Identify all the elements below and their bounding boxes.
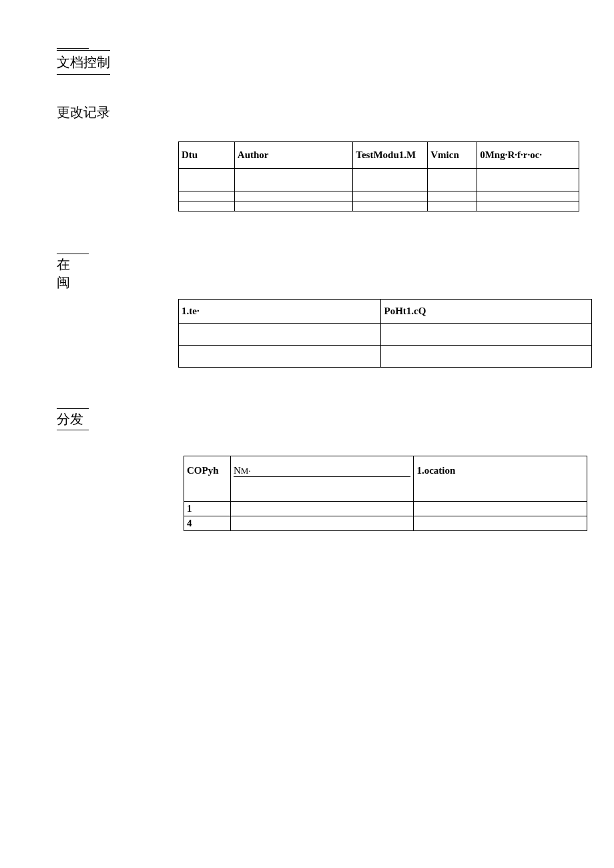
distribution-table: COPyh NM· 1.ocation 1 4 [184, 456, 587, 531]
col-header-author: Author [234, 142, 353, 169]
section-title-reviewers-2: 闽 [57, 274, 70, 292]
section-title-distribution: 分发 [57, 410, 83, 428]
section-title-doc-control: 文档控制 [57, 50, 110, 75]
divider-line [57, 430, 89, 430]
table-row [179, 324, 592, 346]
section-title-reviewers-1: 在 [57, 256, 70, 274]
col-header-name-text: M· [241, 466, 251, 476]
col-header-reference: 0Mng·R·f·r·oc· [477, 142, 579, 169]
col-header-date: Dtu [179, 142, 235, 169]
table-header-row: Dtu Author TestModu1.M Vmicn 0Mng·R·f·r·… [179, 142, 579, 169]
divider-line [57, 408, 89, 409]
reviewers-table: 1.te· PoHt1.cQ [178, 299, 592, 368]
col-header-position: PoHt1.cQ [381, 300, 592, 324]
table-row: 1 [184, 502, 587, 516]
inner-underline [234, 476, 410, 477]
table-row [179, 191, 579, 201]
table-header-row: 1.te· PoHt1.cQ [179, 300, 592, 324]
col-header-version: Vmicn [428, 142, 477, 169]
section-title-change-record: 更改记录 [57, 103, 110, 121]
change-record-table: Dtu Author TestModu1.M Vmicn 0Mng·R·f·r·… [178, 141, 579, 211]
table-row [179, 346, 592, 368]
row-number: 4 [184, 516, 231, 531]
col-header-copy: COPyh [184, 456, 231, 486]
divider-line [57, 48, 89, 49]
col-header-location: 1.ocation [414, 456, 587, 486]
table-header-row: COPyh NM· 1.ocation [184, 456, 587, 486]
table-row [179, 201, 579, 211]
divider-line [57, 254, 89, 254]
col-header-name: NM· [230, 456, 413, 486]
table-row [184, 486, 587, 502]
row-number: 1 [184, 502, 231, 516]
col-header-name: 1.te· [179, 300, 381, 324]
table-row: 4 [184, 516, 587, 531]
table-row [179, 169, 579, 191]
col-header-module: TestModu1.M [353, 142, 428, 169]
